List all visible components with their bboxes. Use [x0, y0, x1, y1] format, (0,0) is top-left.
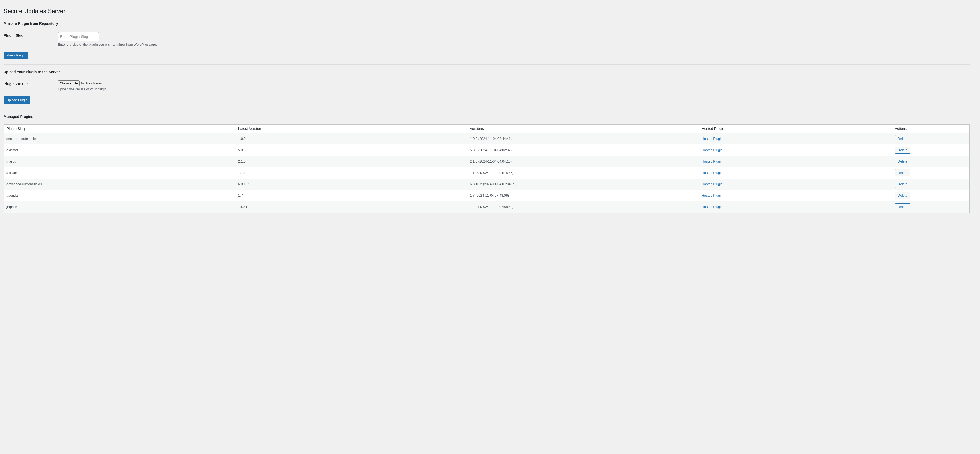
delete-button[interactable]: Delete [895, 203, 910, 211]
plugin-slug-input[interactable] [58, 32, 99, 41]
cell-hosted: Hosted Plugin [699, 133, 892, 144]
table-row: secure-updates-client1.0.01.0.0 (2024-11… [4, 133, 970, 144]
cell-actions: Delete [892, 156, 969, 167]
cell-slug: akismet [4, 144, 235, 156]
upload-plugin-button[interactable]: Upload Plugin [3, 96, 30, 104]
table-row: akismet5.3.35.3.3 (2024-11-04 04:02:37)H… [4, 144, 970, 156]
table-row: advanced-custom-fields6.3.10.26.3.10.2 (… [4, 178, 970, 190]
cell-actions: Delete [892, 133, 969, 144]
hosted-plugin-link[interactable]: Hosted Plugin [702, 205, 722, 209]
delete-button[interactable]: Delete [895, 181, 910, 188]
hosted-plugin-link[interactable]: Hosted Plugin [702, 159, 722, 163]
table-row: agenda1.71.7 (2024-11-04 07:48:06)Hosted… [4, 190, 970, 201]
cell-slug: agenda [4, 190, 235, 201]
managed-plugins-table: Plugin Slug Latest Version Versions Host… [3, 124, 970, 213]
cell-actions: Delete [892, 167, 969, 178]
cell-versions: 1.12.0 (2024-11-04 04:15:45) [467, 167, 699, 178]
delete-button[interactable]: Delete [895, 169, 910, 176]
cell-slug: secure-updates-client [4, 133, 235, 144]
cell-actions: Delete [892, 201, 969, 213]
cell-hosted: Hosted Plugin [699, 167, 892, 178]
cell-hosted: Hosted Plugin [699, 201, 892, 213]
column-header-versions[interactable]: Versions [467, 124, 699, 133]
upload-form: Plugin ZIP File Upload the ZIP file of y… [3, 76, 970, 95]
cell-versions: 2.1.0 (2024-11-04 04:04:18) [467, 156, 699, 167]
cell-hosted: Hosted Plugin [699, 190, 892, 201]
cell-hosted: Hosted Plugin [699, 178, 892, 190]
plugin-zip-label: Plugin ZIP File [3, 76, 55, 95]
cell-versions: 13.9.1 (2024-11-04 07:58:49) [467, 201, 699, 213]
plugin-slug-label: Plugin Slug [3, 28, 55, 50]
table-row: mailgun2.1.02.1.0 (2024-11-04 04:04:18)H… [4, 156, 970, 167]
cell-actions: Delete [892, 190, 969, 201]
cell-latest-version: 1.12.0 [235, 167, 467, 178]
cell-slug: mailgun [4, 156, 235, 167]
page-title: Secure Updates Server [3, 5, 970, 16]
cell-hosted: Hosted Plugin [699, 156, 892, 167]
hosted-plugin-link[interactable]: Hosted Plugin [702, 137, 722, 141]
cell-latest-version: 1.0.0 [235, 133, 467, 144]
mirror-section-heading: Mirror a Plugin from Repository [3, 16, 970, 28]
upload-section-heading: Upload Your Plugin to the Server [3, 65, 970, 76]
cell-versions: 6.3.10.2 (2024-11-04 07:34:09) [467, 178, 699, 190]
mirror-plugin-button[interactable]: Mirror Plugin [3, 52, 29, 59]
plugin-slug-description: Enter the slug of the plugin you wish to… [58, 43, 967, 46]
column-header-latest-version[interactable]: Latest Version [235, 124, 467, 133]
column-header-actions[interactable]: Actions [892, 124, 969, 133]
hosted-plugin-link[interactable]: Hosted Plugin [702, 148, 722, 152]
delete-button[interactable]: Delete [895, 158, 910, 165]
cell-hosted: Hosted Plugin [699, 144, 892, 156]
cell-latest-version: 6.3.10.2 [235, 178, 467, 190]
cell-slug: affiliate [4, 167, 235, 178]
delete-button[interactable]: Delete [895, 146, 910, 154]
table-row: jetpack13.9.113.9.1 (2024-11-04 07:58:49… [4, 201, 970, 213]
cell-latest-version: 2.1.0 [235, 156, 467, 167]
plugin-zip-description: Upload the ZIP file of your plugin. [58, 87, 967, 91]
cell-slug: jetpack [4, 201, 235, 213]
cell-latest-version: 13.9.1 [235, 201, 467, 213]
cell-slug: advanced-custom-fields [4, 178, 235, 190]
cell-versions: 1.0.0 (2024-11-04 03:44:41) [467, 133, 699, 144]
plugin-zip-input[interactable] [58, 81, 121, 86]
cell-actions: Delete [892, 144, 969, 156]
cell-versions: 5.3.3 (2024-11-04 04:02:37) [467, 144, 699, 156]
cell-latest-version: 1.7 [235, 190, 467, 201]
cell-latest-version: 5.3.3 [235, 144, 467, 156]
delete-button[interactable]: Delete [895, 192, 910, 199]
column-header-hosted-plugin[interactable]: Hosted Plugin [699, 124, 892, 133]
table-row: affiliate1.12.01.12.0 (2024-11-04 04:15:… [4, 167, 970, 178]
cell-versions: 1.7 (2024-11-04 07:48:06) [467, 190, 699, 201]
mirror-form: Plugin Slug Enter the slug of the plugin… [3, 28, 970, 50]
cell-actions: Delete [892, 178, 969, 190]
hosted-plugin-link[interactable]: Hosted Plugin [702, 171, 722, 175]
delete-button[interactable]: Delete [895, 135, 910, 142]
hosted-plugin-link[interactable]: Hosted Plugin [702, 182, 722, 186]
managed-plugins-heading: Managed Plugins [3, 110, 970, 121]
hosted-plugin-link[interactable]: Hosted Plugin [702, 194, 722, 197]
column-header-slug[interactable]: Plugin Slug [4, 124, 235, 133]
